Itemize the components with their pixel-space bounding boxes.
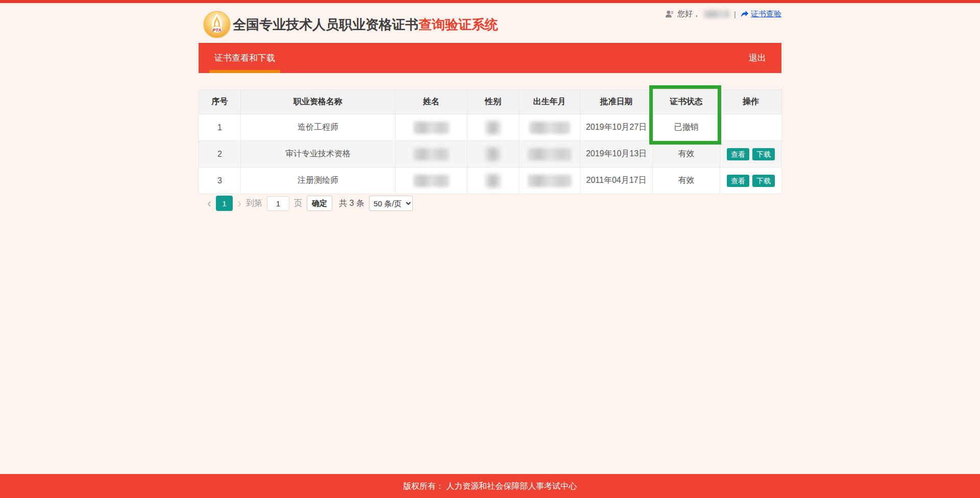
- cell-index: 3: [199, 168, 241, 194]
- view-button[interactable]: 查看: [727, 175, 749, 187]
- table-row: 1 造价工程师 2019年10月27日 已撤销: [199, 114, 782, 141]
- separator: |: [734, 10, 736, 18]
- page-title-main: 全国专业技术人员职业资格证书: [233, 17, 419, 32]
- cell-gender-redacted: [468, 114, 519, 141]
- page-title: 全国专业技术人员职业资格证书查询验证系统: [233, 16, 498, 34]
- table-row: 3 注册测绘师 2011年04月17日 有效 查看下载: [199, 168, 782, 194]
- cell-person-redacted: [396, 114, 468, 141]
- user-name-redacted: [704, 10, 729, 18]
- certificates-table: 序号 职业资格名称 姓名 性别 出生年月 批准日期 证书状态 操作 1 造价工程…: [199, 89, 782, 194]
- next-page-button[interactable]: ›: [237, 196, 241, 211]
- page: PTA 全国专业技术人员职业资格证书查询验证系统 您好， | 证书查验 证书查看…: [0, 0, 980, 498]
- table-header-row: 序号 职业资格名称 姓名 性别 出生年月 批准日期 证书状态 操作: [199, 90, 782, 114]
- pta-logo-text: PTA: [212, 28, 221, 33]
- tab-certificate-view-download[interactable]: 证书查看和下载: [209, 43, 280, 73]
- cell-status: 有效: [653, 168, 720, 194]
- pta-logo-icon: PTA: [203, 10, 231, 39]
- footer-bar: 版权所有： 人力资源和社会保障部人事考试中心: [0, 474, 980, 498]
- prev-page-button[interactable]: ‹: [207, 196, 211, 211]
- col-header-birth: 出生年月: [519, 90, 580, 114]
- cell-actions: 查看下载: [720, 141, 782, 168]
- cell-approve-date: 2011年04月17日: [580, 168, 653, 194]
- user-icon: [665, 10, 674, 18]
- cell-name: 注册测绘师: [241, 168, 396, 194]
- page-title-accent: 查询验证系统: [419, 17, 498, 32]
- user-info-bar: 您好， | 证书查验: [665, 8, 781, 20]
- cell-name: 审计专业技术资格: [241, 141, 396, 168]
- page-1-button[interactable]: 1: [216, 196, 233, 211]
- col-header-approve: 批准日期: [580, 90, 653, 114]
- brand-header: PTA 全国专业技术人员职业资格证书查询验证系统: [203, 10, 498, 39]
- cell-person-redacted: [396, 168, 468, 194]
- cell-status: 有效: [653, 141, 720, 168]
- goto-page-suffix-label: 页: [294, 198, 302, 209]
- certificate-verify-label: 证书查验: [751, 9, 781, 19]
- cell-status: 已撤销: [653, 114, 720, 141]
- table-row: 2 审计专业技术资格 2019年10月13日 有效 查看下载: [199, 141, 782, 168]
- cell-person-redacted: [396, 141, 468, 168]
- certificate-verify-link[interactable]: 证书查验: [741, 9, 781, 19]
- col-header-actions: 操作: [720, 90, 782, 114]
- cell-approve-date: 2019年10月13日: [580, 141, 653, 168]
- confirm-button[interactable]: 确定: [307, 196, 332, 211]
- share-arrow-icon: [741, 10, 749, 18]
- copyright-text: 版权所有： 人力资源和社会保障部人事考试中心: [0, 474, 980, 498]
- cell-gender-redacted: [468, 141, 519, 168]
- view-button[interactable]: 查看: [727, 148, 749, 160]
- cell-birth-redacted: [519, 168, 580, 194]
- download-button[interactable]: 下载: [752, 175, 775, 187]
- cell-actions: 查看下载: [720, 168, 782, 194]
- col-header-index: 序号: [199, 90, 241, 114]
- page-size-select[interactable]: 50 条/页: [369, 196, 413, 211]
- cell-approve-date: 2019年10月27日: [580, 114, 653, 141]
- page-number-input[interactable]: [267, 196, 289, 211]
- pagination-bar: ‹ 1 › 到第 页 确定 共 3 条 50 条/页: [199, 195, 781, 212]
- logout-button[interactable]: 退出: [749, 43, 766, 73]
- cell-birth-redacted: [519, 114, 580, 141]
- cell-birth-redacted: [519, 141, 580, 168]
- top-accent-bar: [0, 0, 980, 3]
- cell-index: 2: [199, 141, 241, 168]
- col-header-name: 职业资格名称: [241, 90, 396, 114]
- col-header-status: 证书状态: [653, 90, 720, 114]
- total-count-label: 共 3 条: [339, 198, 364, 209]
- cell-gender-redacted: [468, 168, 519, 194]
- cell-name: 造价工程师: [241, 114, 396, 141]
- goto-page-prefix-label: 到第: [246, 198, 262, 209]
- cell-index: 1: [199, 114, 241, 141]
- download-button[interactable]: 下载: [752, 148, 775, 160]
- cell-actions: [720, 114, 782, 141]
- greeting-text: 您好，: [677, 9, 700, 19]
- main-navbar: 证书查看和下载 退出: [199, 43, 781, 73]
- col-header-gender: 性别: [468, 90, 519, 114]
- col-header-person: 姓名: [396, 90, 468, 114]
